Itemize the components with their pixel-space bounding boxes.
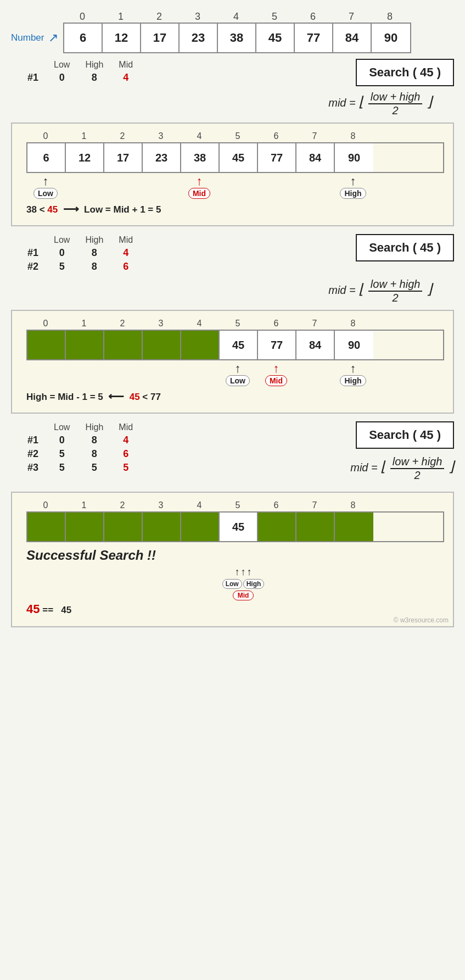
step3-table-section: Low High Mid #1 0 8 4 #2 5 8 6 #3 5 5 5	[11, 421, 454, 487]
d2-cell-3	[143, 331, 181, 359]
d1-cell-8: 90	[335, 143, 373, 172]
d1-cell-0: 6	[27, 143, 66, 172]
watermark: © w3resource.com	[394, 616, 449, 624]
step2-diag-indices: 012345678	[26, 319, 444, 328]
mid-arrow-2: ↑ Mid	[257, 363, 295, 386]
d2-cell-5: 45	[220, 331, 258, 359]
search-box-1: Search ( 45 )	[356, 59, 454, 86]
d2-cell-1	[66, 331, 104, 359]
step1-arrows: ↑ Low ↑ Mid ↑ High	[26, 175, 444, 199]
top-array: 0 1 2 3 4 5 6 7 8 Number ↗ 6 12 17 23 38…	[11, 11, 454, 53]
low-arrow-1: ↑ Low	[26, 175, 65, 199]
step1-equation: 38 < 45 ⟶ Low = Mid + 1 = 5	[26, 202, 444, 215]
high-arrow-1: ↑ High	[334, 175, 372, 199]
cell-8: 90	[372, 24, 410, 52]
d3-cell-5: 45	[220, 513, 258, 541]
top-array-cells: 6 12 17 23 38 45 77 84 90	[63, 23, 411, 53]
step1-diag-cells: 6 12 17 23 38 45 77 84 90	[26, 142, 444, 173]
step1-diag-indices: 012345678	[26, 131, 444, 141]
d3-cell-3	[143, 513, 181, 541]
cell-2: 17	[141, 24, 180, 52]
success-text: Successful Search !!	[26, 548, 444, 563]
cell-1: 12	[103, 24, 141, 52]
d3-cell-7	[296, 513, 335, 541]
d1-cell-5: 45	[220, 143, 258, 172]
d2-cell-4	[181, 331, 220, 359]
d1-cell-7: 84	[296, 143, 335, 172]
d3-cell-2	[104, 513, 143, 541]
step2-lhm-table: Low High Mid #1 0 8 4 #2 5 8 6	[27, 234, 148, 274]
d2-cell-2	[104, 331, 143, 359]
cell-4: 38	[218, 24, 256, 52]
d1-cell-4: 38	[181, 143, 220, 172]
cell-3: 23	[180, 24, 218, 52]
d1-cell-3: 23	[143, 143, 181, 172]
d3-cell-0	[27, 513, 66, 541]
d1-cell-2: 17	[104, 143, 143, 172]
step2-equation: High = Mid - 1 = 5 ⟵ 45 < 77	[26, 389, 444, 403]
d3-cell-8	[335, 513, 373, 541]
d3-cell-1	[66, 513, 104, 541]
step3-diag-indices: 012345678	[26, 500, 444, 510]
high-arrow-2: ↑ High	[334, 363, 372, 386]
cell-5: 45	[256, 24, 295, 52]
step2-diagram: 012345678 45 77 84 90 ↑ Low ↑ Mid ↑ High	[11, 310, 454, 414]
d3-cell-6	[258, 513, 296, 541]
cell-0: 6	[64, 24, 103, 52]
step2-arrows: ↑ Low ↑ Mid ↑ High	[26, 363, 444, 386]
top-array-indices: 0 1 2 3 4 5 6 7 8	[63, 11, 409, 23]
cell-7: 84	[333, 24, 372, 52]
step2-diag-cells: 45 77 84 90	[26, 330, 444, 360]
step1-lhm-table: Low High Mid #1 0 8 4	[27, 59, 148, 85]
low-arrow-2: ↑ Low	[219, 363, 257, 386]
step2-table-section: Low High Mid #1 0 8 4 #2 5 8 6 Search ( …	[11, 234, 454, 274]
d2-cell-6: 77	[258, 331, 296, 359]
mid-formula-3: mid = ⌊ low + high 2 ⌋	[350, 455, 454, 482]
mid-formula-2: mid = ⌊ low + high 2 ⌋	[11, 278, 432, 304]
d2-cell-8: 90	[335, 331, 373, 359]
cell-6: 77	[295, 24, 333, 52]
step3-diagram: 012345678 45 Successful Search !! ↑ ↑ ↑ …	[11, 492, 454, 627]
mid-formula-1: mid = ⌊ low + high 2 ⌋	[11, 91, 432, 117]
d2-cell-0	[27, 331, 66, 359]
step3-diag-cells: 45	[26, 511, 444, 542]
d1-cell-6: 77	[258, 143, 296, 172]
step1-diagram: 012345678 6 12 17 23 38 45 77 84 90 ↑ Lo…	[11, 122, 454, 226]
d3-cell-4	[181, 513, 220, 541]
step3-lhm-table: Low High Mid #1 0 8 4 #2 5 8 6 #3 5 5 5	[27, 421, 148, 475]
d2-cell-7: 84	[296, 331, 335, 359]
step1-table-section: Low High Mid #1 0 8 4 Search ( 45 )	[11, 59, 454, 86]
step3-equation: 45 == 45	[26, 602, 444, 616]
search-box-2: Search ( 45 )	[356, 234, 454, 261]
mid-arrow-1: ↑ Mid	[180, 175, 219, 199]
search-box-3: Search ( 45 )	[356, 421, 454, 449]
step3-arrows: ↑ ↑ ↑ Low High Mid	[26, 566, 444, 600]
d1-cell-1: 12	[66, 143, 104, 172]
array-number-label: Number ↗	[11, 31, 63, 45]
